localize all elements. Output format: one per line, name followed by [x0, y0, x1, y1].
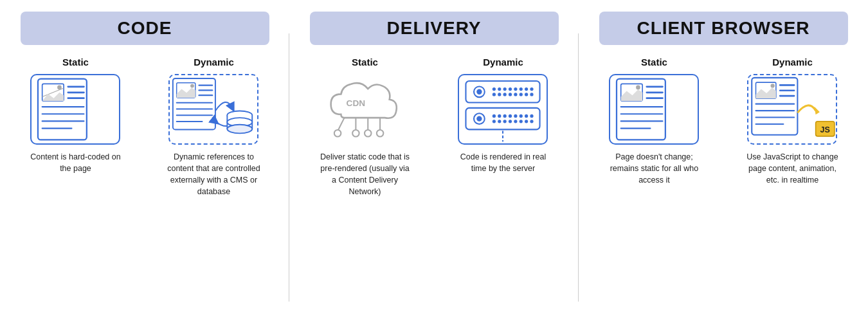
svg-point-68 — [503, 120, 507, 123]
section-code: CODE Static — [0, 0, 289, 335]
client-dynamic-desc: Use JavaScript to change page content, a… — [746, 151, 839, 186]
client-dynamic-label: Dynamic — [772, 57, 813, 68]
svg-point-3 — [58, 86, 62, 90]
section-client: CLIENT BROWSER Static — [579, 0, 868, 335]
svg-point-13 — [191, 84, 195, 88]
svg-point-46 — [530, 87, 534, 91]
svg-point-33 — [353, 130, 359, 136]
svg-point-71 — [520, 120, 523, 123]
code-static-desc: Content is hard-coded on the page — [29, 151, 122, 174]
section-header-code: CODE — [21, 12, 269, 45]
section-title-code: CODE — [118, 18, 172, 38]
svg-point-77 — [637, 86, 641, 90]
svg-point-40 — [498, 87, 502, 91]
client-static-col: Static Pa — [588, 57, 720, 325]
svg-point-49 — [503, 93, 507, 96]
svg-point-48 — [498, 93, 502, 96]
client-static-icon-box — [609, 74, 699, 145]
svg-point-50 — [509, 93, 512, 96]
svg-point-38 — [477, 89, 482, 95]
delivery-static-label: Static — [352, 57, 378, 68]
svg-marker-95 — [815, 107, 820, 115]
document-static-plain-icon — [610, 75, 698, 143]
document-dynamic-db-icon — [170, 75, 257, 143]
client-dynamic-col: Dynamic — [726, 57, 858, 325]
svg-point-57 — [477, 116, 482, 121]
delivery-dynamic-icon-box — [458, 74, 548, 145]
server-rack-icon — [459, 75, 547, 143]
code-static-icon-box — [30, 74, 120, 145]
main-container: CODE Static — [0, 0, 868, 335]
svg-point-53 — [525, 93, 528, 96]
svg-point-43 — [514, 87, 518, 91]
code-dynamic-label: Dynamic — [194, 57, 234, 68]
svg-point-39 — [493, 87, 496, 91]
svg-point-41 — [503, 87, 507, 91]
svg-point-44 — [520, 87, 523, 91]
delivery-static-desc: Deliver static code that is pre-rendered… — [318, 151, 411, 198]
svg-text:CDN: CDN — [347, 98, 366, 108]
svg-point-70 — [514, 120, 518, 123]
section-header-delivery: DELIVERY — [310, 12, 559, 45]
svg-text:JS: JS — [820, 125, 830, 134]
svg-line-28 — [338, 118, 345, 131]
svg-point-66 — [493, 120, 496, 123]
svg-point-52 — [520, 93, 523, 96]
svg-point-51 — [514, 93, 518, 96]
delivery-dynamic-col: Dynamic — [437, 57, 569, 325]
svg-point-62 — [514, 114, 518, 118]
client-dynamic-icon-box: JS — [747, 74, 837, 145]
code-static-col: Static — [9, 57, 141, 325]
svg-point-69 — [509, 120, 512, 123]
document-static-icon — [32, 75, 119, 143]
svg-point-47 — [493, 93, 496, 96]
delivery-dynamic-label: Dynamic — [483, 57, 523, 68]
section-title-delivery: DELIVERY — [387, 18, 482, 38]
code-dynamic-col: Dynamic — [147, 57, 280, 325]
client-columns: Static Pa — [585, 57, 862, 325]
client-static-label: Static — [641, 57, 667, 68]
svg-point-87 — [771, 84, 775, 87]
svg-point-59 — [498, 114, 502, 118]
svg-point-58 — [493, 114, 496, 118]
svg-point-72 — [525, 120, 528, 123]
document-dynamic-js-icon: JS — [748, 75, 836, 143]
code-dynamic-icon-box — [168, 74, 258, 145]
code-columns: Static — [6, 57, 283, 325]
svg-point-63 — [520, 114, 523, 118]
code-dynamic-desc: Dynamic references to content that are c… — [167, 151, 260, 198]
svg-point-64 — [525, 114, 528, 118]
delivery-dynamic-desc: Code is rendered in real time by the ser… — [457, 151, 550, 174]
svg-point-65 — [530, 114, 534, 118]
svg-point-26 — [228, 125, 253, 134]
section-title-client: CLIENT BROWSER — [637, 18, 809, 38]
svg-point-42 — [509, 87, 512, 91]
section-header-client: CLIENT BROWSER — [599, 12, 848, 45]
svg-point-67 — [498, 120, 502, 123]
cdn-cloud-icon: CDN — [320, 74, 410, 145]
delivery-columns: Static CDN — [296, 57, 572, 325]
svg-point-45 — [525, 87, 528, 91]
svg-point-54 — [530, 93, 534, 96]
client-static-desc: Page doesn't change; remains static for … — [608, 151, 701, 186]
code-static-label: Static — [62, 57, 89, 68]
delivery-static-col: Static CDN — [298, 57, 431, 325]
svg-point-35 — [377, 130, 383, 136]
section-delivery: DELIVERY Static CDN — [289, 0, 579, 335]
svg-point-32 — [334, 130, 341, 136]
svg-point-73 — [530, 120, 534, 123]
svg-point-61 — [509, 114, 512, 118]
delivery-static-icon-box: CDN — [320, 74, 410, 145]
svg-point-34 — [365, 130, 371, 136]
svg-point-60 — [503, 114, 507, 118]
